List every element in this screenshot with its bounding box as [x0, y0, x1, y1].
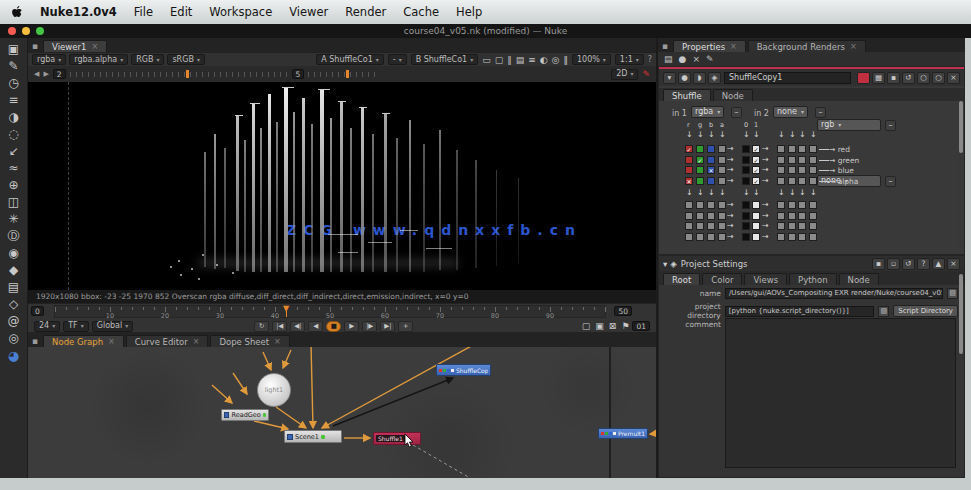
- goto-start-button[interactable]: |◀: [272, 321, 287, 332]
- prev-frame-button[interactable]: ◀: [308, 321, 323, 332]
- channel-checkbox[interactable]: [788, 177, 796, 185]
- channel-checkbox[interactable]: [707, 212, 715, 220]
- channel-checkbox[interactable]: [685, 233, 693, 241]
- gamma-field[interactable]: 5: [292, 69, 305, 79]
- channel-checkbox[interactable]: [752, 201, 760, 209]
- channel-checkbox[interactable]: [752, 222, 760, 230]
- next-view-icon[interactable]: ▶: [43, 70, 48, 78]
- project-settings-scrollbar[interactable]: [959, 274, 963, 354]
- time-node-icon[interactable]: ◷: [3, 75, 25, 92]
- in2-remove-button[interactable]: –: [815, 107, 826, 118]
- close-icon[interactable]: ×: [947, 258, 960, 270]
- minimize-window-button[interactable]: [22, 27, 30, 35]
- node-tab-shuffle[interactable]: Shuffle: [663, 89, 711, 101]
- channel-checkbox[interactable]: [718, 233, 726, 241]
- channel-checkbox[interactable]: [696, 145, 704, 153]
- channel-checkbox[interactable]: [777, 166, 785, 174]
- channel-checkbox[interactable]: [777, 201, 785, 209]
- channel-checkbox[interactable]: [707, 233, 715, 241]
- timeline-ruler[interactable]: 102030405060708090▼: [54, 305, 606, 318]
- channel-checkbox[interactable]: [788, 201, 796, 209]
- input-b-select[interactable]: B ShuffleCo1: [411, 54, 479, 65]
- stack-icon[interactable]: ▢: [495, 55, 504, 65]
- channel-checkbox[interactable]: [798, 156, 806, 164]
- node-name-field[interactable]: ShuffleCopy1: [724, 72, 851, 84]
- archive-icon[interactable]: ◎: [3, 330, 25, 347]
- channel-checkbox[interactable]: [707, 177, 715, 185]
- menu-render[interactable]: Render: [345, 5, 386, 19]
- node-light1[interactable]: light1: [257, 373, 291, 407]
- wipe-icon[interactable]: ▭: [482, 55, 491, 65]
- metadata-node-icon[interactable]: ◆: [3, 262, 25, 279]
- filter-node-icon[interactable]: ◌: [3, 126, 25, 143]
- channel-checkbox[interactable]: [742, 201, 750, 209]
- channel-checkbox[interactable]: [752, 212, 760, 220]
- channel-checkbox[interactable]: [809, 233, 817, 241]
- browse-name-button[interactable]: ▨: [947, 288, 958, 299]
- node-connection[interactable]: [650, 433, 656, 434]
- ps-tab-views[interactable]: Views: [744, 273, 787, 285]
- channel-checkbox[interactable]: [777, 212, 785, 220]
- pause-icon[interactable]: ‖: [563, 55, 568, 65]
- fps-select[interactable]: 24: [34, 321, 60, 332]
- menu-viewer[interactable]: Viewer: [289, 5, 328, 19]
- scanline-icon[interactable]: ≡: [528, 55, 536, 65]
- in1-select[interactable]: rgba: [691, 106, 724, 118]
- loop-mode-button[interactable]: ↻: [254, 321, 269, 332]
- proxy-select[interactable]: 1:1: [615, 54, 644, 65]
- display-select[interactable]: RGB: [131, 54, 164, 65]
- channel-checkbox[interactable]: [788, 156, 796, 164]
- panel-menu-icon[interactable]: ▪: [32, 40, 38, 52]
- range-mode-select[interactable]: TF: [63, 321, 89, 332]
- frame-field[interactable]: 01: [632, 321, 650, 331]
- channel-checkbox[interactable]: ✓: [696, 156, 704, 164]
- tab-node-graph[interactable]: Node Graph×: [43, 335, 124, 347]
- redo-icon[interactable]: ○: [932, 72, 945, 84]
- label-icon[interactable]: ◈: [708, 72, 721, 84]
- menu-edit[interactable]: Edit: [170, 5, 192, 19]
- gain-field[interactable]: 2: [53, 69, 66, 79]
- ps-tab-color[interactable]: Color: [702, 273, 742, 285]
- node-connection[interactable]: [311, 347, 313, 428]
- colorspace-select[interactable]: sRGB: [167, 54, 204, 65]
- ps-tab-root[interactable]: Root: [663, 273, 700, 285]
- help-icon[interactable]: ?: [917, 258, 930, 270]
- tab-background-renders[interactable]: Background Renders×: [748, 40, 866, 52]
- frame-increment-button[interactable]: +: [398, 321, 413, 332]
- properties-scrollbar[interactable]: [959, 101, 963, 153]
- gain-slider[interactable]: [70, 72, 288, 77]
- channel-checkbox[interactable]: ✓: [752, 177, 760, 185]
- close-tab-icon[interactable]: ×: [108, 337, 115, 347]
- menu-help[interactable]: Help: [456, 5, 482, 19]
- channel-checkbox[interactable]: [788, 212, 796, 220]
- empty-node-icon[interactable]: ●: [679, 54, 687, 64]
- project-directory-field[interactable]: [python {nuke.script_directory()}]: [725, 306, 874, 317]
- annotate-pencil-icon[interactable]: ✎: [642, 69, 650, 79]
- close-tab-icon[interactable]: ×: [850, 42, 857, 52]
- node-connection[interactable]: [276, 407, 306, 428]
- menu-workspace[interactable]: Workspace: [209, 5, 272, 19]
- channel-checkbox[interactable]: [696, 177, 704, 185]
- flipbook-icon[interactable]: ⚑: [621, 321, 629, 332]
- node-connection[interactable]: [212, 385, 232, 403]
- next-frame-button[interactable]: ▶: [344, 321, 359, 332]
- node-graph-canvas[interactable]: light1ReadGeo1Scene1Shuffle1ShuffleCopy1…: [28, 347, 656, 478]
- channel-checkbox[interactable]: [718, 222, 726, 230]
- channel-checkbox[interactable]: [718, 177, 726, 185]
- script-name-field[interactable]: /Users/gui/AOVs_Compositing EXR render/N…: [725, 288, 943, 299]
- stop-button[interactable]: ■: [326, 321, 341, 332]
- edit-icon[interactable]: ✎: [706, 54, 714, 64]
- channel-checkbox[interactable]: [696, 233, 704, 241]
- channel-checkbox[interactable]: [788, 233, 796, 241]
- channel-checkbox[interactable]: [777, 145, 785, 153]
- node-connection[interactable]: [263, 352, 271, 370]
- tab-viewer1[interactable]: Viewer1 ×: [43, 40, 107, 52]
- channel-checkbox[interactable]: [718, 166, 726, 174]
- node-readgeo1[interactable]: ReadGeo1: [221, 409, 269, 421]
- gamma-slider[interactable]: [308, 72, 378, 77]
- channel-checkbox[interactable]: [809, 156, 817, 164]
- script-directory-button[interactable]: Script Directory: [893, 305, 958, 317]
- minimize-icon[interactable]: ▪: [872, 258, 885, 270]
- dock-properties-icon[interactable]: ▤: [664, 54, 673, 64]
- range-scope-select[interactable]: Global: [92, 321, 134, 332]
